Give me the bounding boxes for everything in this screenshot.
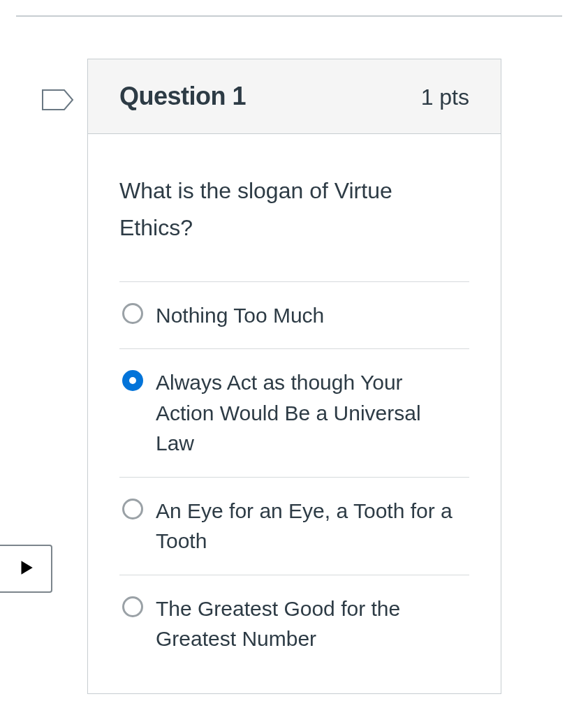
- question-body: What is the slogan of Virtue Ethics? Not…: [88, 134, 501, 693]
- answer-label: Always Act as though Your Action Would B…: [156, 367, 466, 459]
- answer-label: An Eye for an Eye, a Tooth for a Tooth: [156, 496, 466, 556]
- answer-label: Nothing Too Much: [156, 300, 331, 331]
- question-prompt: What is the slogan of Virtue Ethics?: [119, 172, 469, 246]
- side-panel-toggle[interactable]: [0, 545, 52, 593]
- question-points: 1 pts: [421, 84, 469, 110]
- play-icon: [17, 559, 35, 580]
- question-header: Question 1 1 pts: [88, 59, 501, 134]
- flag-icon[interactable]: [42, 89, 74, 110]
- answer-option[interactable]: Nothing Too Much: [119, 282, 469, 350]
- scroll-viewport[interactable]: Question 1 1 pts What is the slogan of V…: [0, 0, 578, 715]
- top-divider: [16, 15, 562, 17]
- answer-option[interactable]: The Greatest Good for the Greatest Numbe…: [119, 575, 469, 658]
- radio-icon[interactable]: [122, 596, 143, 617]
- question-container: Question 1 1 pts What is the slogan of V…: [0, 59, 578, 694]
- radio-icon[interactable]: [122, 499, 143, 519]
- answer-option[interactable]: An Eye for an Eye, a Tooth for a Tooth: [119, 478, 469, 575]
- answer-option[interactable]: Always Act as though Your Action Would B…: [119, 349, 469, 478]
- question-card: Question 1 1 pts What is the slogan of V…: [87, 59, 501, 694]
- radio-icon[interactable]: [122, 370, 143, 391]
- answer-label: The Greatest Good for the Greatest Numbe…: [156, 594, 466, 654]
- answers-list: Nothing Too Much Always Act as though Yo…: [119, 281, 469, 658]
- question-title: Question 1: [119, 82, 246, 111]
- radio-icon[interactable]: [122, 303, 143, 324]
